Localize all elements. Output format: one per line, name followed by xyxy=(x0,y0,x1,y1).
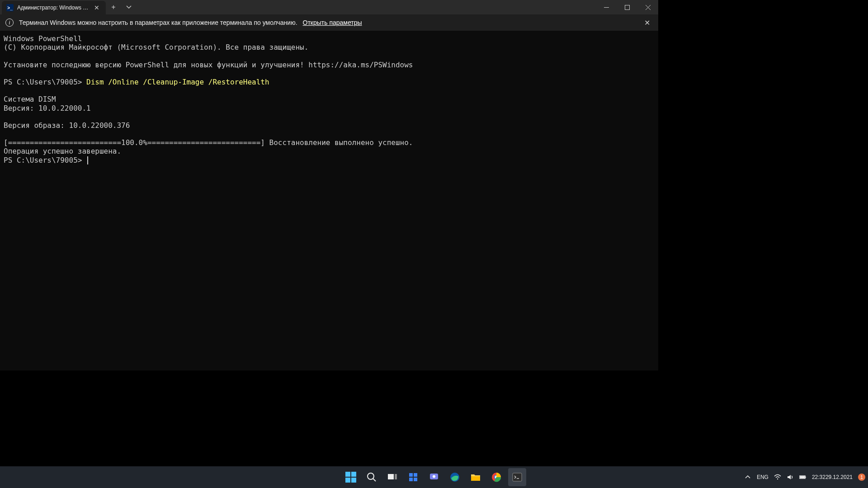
term-line: [==========================100.0%=======… xyxy=(4,138,413,147)
term-line: Операция успешно завершена. xyxy=(4,147,121,155)
prompt-prefix: PS C:\Users\79005> xyxy=(4,78,86,86)
info-icon: i xyxy=(5,19,14,27)
svg-rect-10 xyxy=(409,478,413,481)
new-tab-button[interactable]: + xyxy=(106,0,121,14)
infobar-close-icon[interactable]: ✕ xyxy=(642,19,653,27)
close-window-button[interactable] xyxy=(637,0,658,14)
svg-rect-19 xyxy=(513,473,522,481)
system-tray: ENG 22:32 29.12.2021 1 xyxy=(744,466,865,488)
svg-line-5 xyxy=(373,479,376,481)
svg-rect-24 xyxy=(800,476,805,478)
term-line: Версия: 10.0.22000.1 xyxy=(4,104,91,113)
edge-button[interactable] xyxy=(446,468,464,486)
widgets-button[interactable] xyxy=(404,468,422,486)
svg-rect-23 xyxy=(805,477,806,478)
clock-time: 22:32 xyxy=(812,474,826,480)
search-button[interactable] xyxy=(363,468,381,486)
tab-dropdown-button[interactable] xyxy=(121,0,137,14)
term-line: Windows PowerShell xyxy=(4,34,82,43)
terminal-window: >_ Администратор: Windows Pow ✕ + i Терм… xyxy=(0,0,658,371)
term-line: Установите последнюю версию PowerShell д… xyxy=(4,61,413,69)
clock[interactable]: 22:32 29.12.2021 xyxy=(812,474,853,480)
svg-rect-1 xyxy=(625,5,629,9)
taskbar[interactable]: ENG 22:32 29.12.2021 1 xyxy=(0,466,868,488)
clock-date: 29.12.2021 xyxy=(826,474,853,480)
svg-point-13 xyxy=(433,475,435,478)
tab-powershell[interactable]: >_ Администратор: Windows Pow ✕ xyxy=(2,1,106,14)
volume-icon[interactable] xyxy=(787,474,794,481)
term-line: (C) Корпорация Майкрософт (Microsoft Cor… xyxy=(4,43,308,52)
close-tab-icon[interactable]: ✕ xyxy=(92,4,101,11)
infobar-message: Терминал Windows можно настроить в парам… xyxy=(19,19,297,26)
minimize-button[interactable] xyxy=(596,0,617,14)
notification-badge: 1 xyxy=(858,474,865,481)
task-view-button[interactable] xyxy=(383,468,401,486)
battery-icon[interactable] xyxy=(799,474,807,481)
file-explorer-button[interactable] xyxy=(467,468,485,486)
svg-rect-9 xyxy=(414,473,417,477)
term-line: Версия образа: 10.0.22000.376 xyxy=(4,121,130,130)
windows-logo-icon xyxy=(345,472,356,483)
maximize-button[interactable] xyxy=(617,0,637,14)
start-button[interactable] xyxy=(342,468,360,486)
titlebar[interactable]: >_ Администратор: Windows Pow ✕ + xyxy=(0,0,658,14)
svg-point-21 xyxy=(777,479,778,479)
open-settings-link[interactable]: Открыть параметры xyxy=(303,19,362,26)
svg-rect-8 xyxy=(409,473,413,477)
svg-rect-15 xyxy=(471,476,480,481)
svg-point-4 xyxy=(368,473,374,479)
term-line: Cистема DISM xyxy=(4,95,56,103)
wifi-icon[interactable] xyxy=(774,474,781,481)
chrome-button[interactable] xyxy=(487,468,505,486)
prompt-command: Dism /Online /Cleanup-Image /RestoreHeal… xyxy=(86,78,269,86)
tab-title: Администратор: Windows Pow xyxy=(17,5,89,11)
svg-rect-7 xyxy=(395,474,397,479)
taskbar-center xyxy=(342,468,526,486)
prompt-prefix: PS C:\Users\79005> xyxy=(4,156,86,164)
cursor xyxy=(87,156,88,164)
terminal-taskbar-button[interactable] xyxy=(508,468,526,486)
language-indicator[interactable]: ENG xyxy=(757,474,769,480)
terminal-output[interactable]: Windows PowerShell (C) Корпорация Майкро… xyxy=(0,31,658,371)
chat-button[interactable] xyxy=(425,468,443,486)
notification-button[interactable]: 1 xyxy=(858,474,865,481)
powershell-icon: >_ xyxy=(6,4,14,11)
tray-overflow-chevron-icon[interactable] xyxy=(744,474,751,481)
svg-rect-6 xyxy=(388,474,394,479)
infobar: i Терминал Windows можно настроить в пар… xyxy=(0,14,658,31)
svg-rect-11 xyxy=(414,478,417,481)
